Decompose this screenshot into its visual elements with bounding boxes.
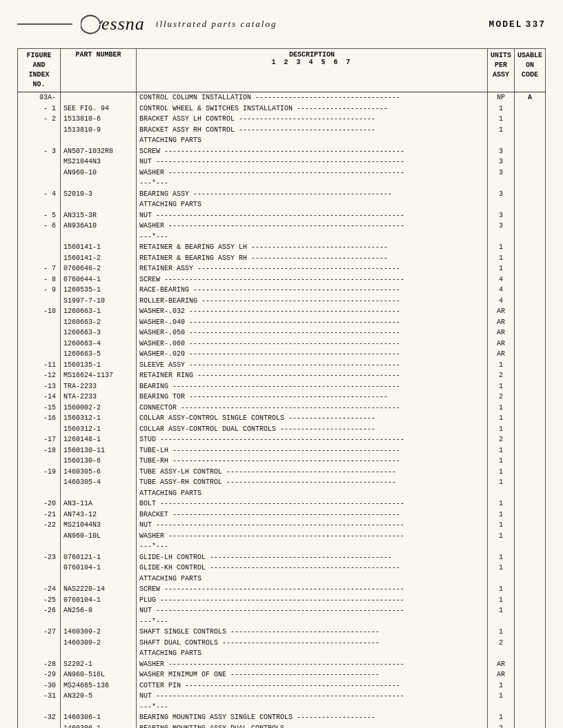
cell-usable <box>514 114 545 125</box>
table-row: -26AN256-8NUT --------------------------… <box>18 605 546 616</box>
cell-usable <box>514 253 545 264</box>
cell-part <box>61 488 137 499</box>
cell-desc: NUT ------------------------------------… <box>137 605 488 616</box>
cell-units: 1 <box>487 552 514 563</box>
cell-part: 1260148-1 <box>61 434 137 445</box>
cell-figure <box>18 456 61 467</box>
table-row: 1460309-2SHAFT DUAL CONTROLS -----------… <box>18 638 546 649</box>
cell-usable: A <box>514 92 545 103</box>
table-row: 1560130-6TUBE-RH -----------------------… <box>18 456 546 467</box>
cell-figure <box>18 296 61 307</box>
cell-units <box>487 648 514 659</box>
cell-part: 1260663-4 <box>61 338 137 350</box>
cell-desc: ATTACHING PARTS <box>137 574 488 585</box>
cell-units: 1 <box>487 242 514 253</box>
cell-usable <box>514 156 545 168</box>
cell-desc: TUBE ASSY-LH CONTROL -------------------… <box>137 467 488 478</box>
cell-part <box>61 178 137 189</box>
cell-units: 1 <box>487 477 514 488</box>
cell-units: 1 <box>487 114 514 125</box>
cell-units: 1 <box>487 563 514 574</box>
cell-figure: - 8 <box>18 274 61 285</box>
cell-usable <box>514 103 545 114</box>
cell-desc: ATTACHING PARTS <box>137 199 488 210</box>
cell-desc: BEARING TOR ----------------------------… <box>137 392 488 403</box>
cell-part: S2010-3 <box>61 189 137 200</box>
cell-desc: SCREW ----------------------------------… <box>137 584 488 595</box>
cell-figure: -25 <box>18 595 61 606</box>
cell-part: AN960-10L <box>61 531 137 542</box>
cell-desc: WASHER-.020 ----------------------------… <box>137 349 488 360</box>
cell-figure <box>18 135 61 146</box>
cell-units: AR <box>487 669 514 680</box>
table-row: -171260148-1STUD -----------------------… <box>18 434 546 445</box>
cell-figure: -19 <box>18 467 61 478</box>
cell-desc: WASHER ---------------------------------… <box>137 659 488 670</box>
cell-figure <box>18 563 61 574</box>
cell-part <box>61 232 137 243</box>
cell-part <box>61 92 137 103</box>
cell-desc: ROLLER-BEARING -------------------------… <box>137 296 488 307</box>
cell-desc: BRACKET --------------------------------… <box>137 509 488 520</box>
cell-units: 4 <box>487 285 514 296</box>
cell-part: 1260663-5 <box>61 349 137 360</box>
cell-usable <box>514 488 545 499</box>
cell-desc: PLUG -----------------------------------… <box>137 595 488 606</box>
cell-figure: -32 <box>18 712 61 723</box>
cell-figure <box>18 125 61 136</box>
cell-desc: WASHER ---------------------------------… <box>137 168 488 179</box>
cell-part: AN507-1032R8 <box>61 146 137 157</box>
cell-usable <box>514 381 545 392</box>
cell-usable <box>514 669 545 680</box>
cell-figure <box>18 616 61 627</box>
cell-part: S1997-7-10 <box>61 296 137 307</box>
table-row: ---*--- <box>18 541 546 552</box>
cell-part: 1460305-6 <box>61 467 137 478</box>
cell-usable <box>514 584 545 595</box>
cell-units: 4 <box>487 296 514 307</box>
cell-usable <box>514 477 545 488</box>
cell-figure <box>18 232 61 243</box>
cell-desc: BEARING MOUNTING ASSY SINGLE CONTROLS --… <box>137 712 488 723</box>
cell-desc: BEARING MOUNTING ASSY DUAL CONTROLS ----… <box>137 723 488 729</box>
cell-figure <box>18 349 61 360</box>
cell-figure <box>18 253 61 264</box>
cell-figure <box>18 541 61 552</box>
cell-part: 0760646-2 <box>61 263 137 274</box>
cell-figure <box>18 488 61 499</box>
cell-part: AN960-516L <box>61 669 137 680</box>
cell-part: 1460309-2 <box>61 638 137 649</box>
table-row: - 4S2010-3 BEARING ASSY ----------------… <box>18 189 546 200</box>
cell-units: 1 <box>487 520 514 531</box>
col-header-usable: USABLEONCODE <box>514 49 545 92</box>
cell-part: NTA-2233 <box>61 392 137 403</box>
cell-part: AN936A10 <box>61 221 137 232</box>
cell-part: 0760644-1 <box>61 274 137 285</box>
cell-units: 1 <box>487 627 514 638</box>
cell-part: AN320-5 <box>61 691 137 702</box>
cell-units <box>487 232 514 243</box>
cell-part: AN960-10 <box>61 168 137 179</box>
cell-usable <box>514 403 545 414</box>
cell-desc: WASHER ---------------------------------… <box>137 531 488 542</box>
table-row: 1260663-5WASHER-.020 -------------------… <box>18 349 546 360</box>
cell-part: 1260535-1 <box>61 285 137 296</box>
cell-desc: STUD -----------------------------------… <box>137 434 488 445</box>
cell-desc: SHAFT SINGLE CONTROLS ------------------… <box>137 627 488 638</box>
table-row: ---*--- <box>18 702 546 713</box>
cell-part: AN743-12 <box>61 509 137 520</box>
cell-usable <box>514 221 545 232</box>
cell-part: 1260663-3 <box>61 327 137 338</box>
cell-usable <box>514 531 545 542</box>
cell-usable <box>514 467 545 478</box>
cell-figure: - 6 <box>18 221 61 232</box>
cell-units: 1 <box>487 445 514 456</box>
cell-part: 0760104-1 <box>61 563 137 574</box>
cell-part: SEE FIG. 94 <box>61 103 137 114</box>
cell-part: 1460306-1 <box>61 723 137 729</box>
cell-units: 3 <box>487 146 514 157</box>
cell-part: 1560135-1 <box>61 360 137 371</box>
cell-usable <box>514 638 545 649</box>
cell-desc: BEARING ASSY ---------------------------… <box>137 189 488 200</box>
table-row: 1560312-1COLLAR ASSY-CONTROL DUAL CONTRO… <box>18 424 546 435</box>
